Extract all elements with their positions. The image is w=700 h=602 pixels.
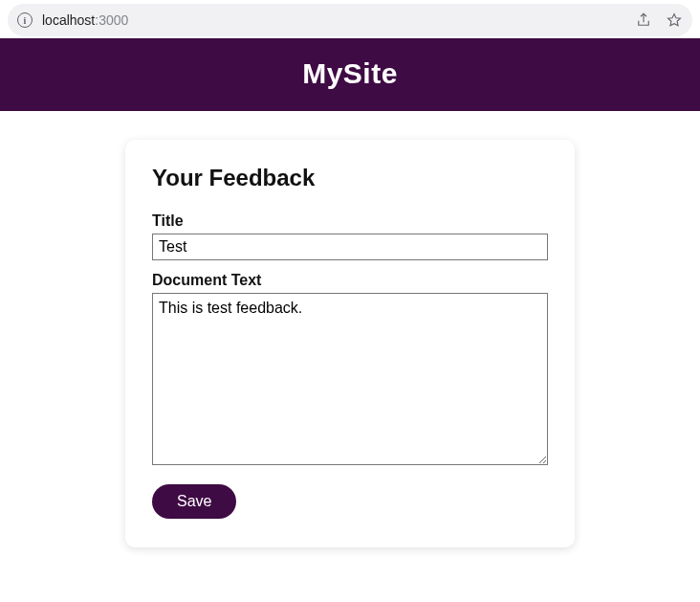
url-host: localhost xyxy=(42,12,95,28)
title-input[interactable] xyxy=(152,234,548,260)
url-display[interactable]: localhost:3000 xyxy=(42,12,622,28)
site-header: MySite xyxy=(0,38,700,111)
feedback-card: Your Feedback Title Document Text Save xyxy=(125,140,575,547)
url-port: :3000 xyxy=(95,12,128,28)
form-heading: Your Feedback xyxy=(152,165,548,191)
body-label: Document Text xyxy=(152,272,548,289)
save-button[interactable]: Save xyxy=(152,484,236,519)
site-title: MySite xyxy=(0,57,700,90)
body-textarea[interactable] xyxy=(152,293,548,465)
info-icon[interactable]: i xyxy=(17,12,33,28)
browser-address-bar: i localhost:3000 xyxy=(8,4,692,36)
star-icon[interactable] xyxy=(666,11,683,29)
title-label: Title xyxy=(152,212,548,230)
share-icon[interactable] xyxy=(635,11,652,29)
